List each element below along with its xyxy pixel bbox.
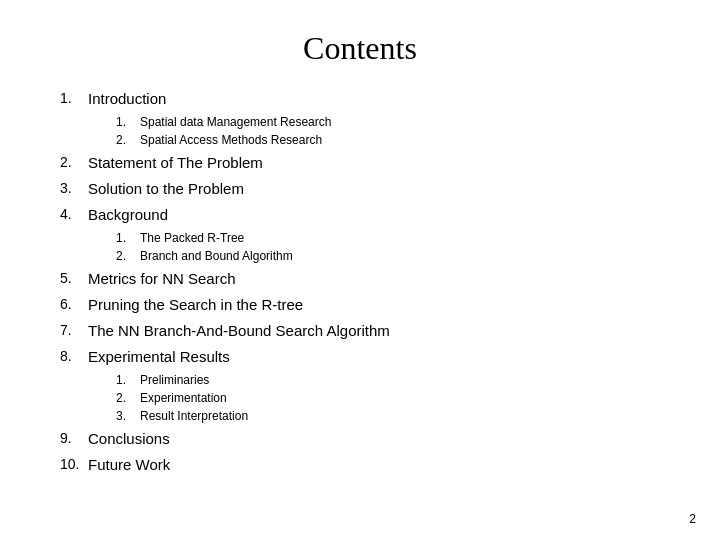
item-label: Pruning the Search in the R-tree	[88, 293, 303, 317]
item-number: 2.	[60, 151, 88, 173]
item-number: 4.	[60, 203, 88, 225]
item-label: Future Work	[88, 453, 170, 477]
item-number: 5.	[60, 267, 88, 289]
item-number: 10.	[60, 453, 88, 475]
item-number: 6.	[60, 293, 88, 315]
list-item: 7.The NN Branch-And-Bound Search Algorit…	[60, 319, 660, 343]
sub-list: 1.Preliminaries2.Experimentation3.Result…	[116, 371, 660, 425]
sub-item-label: Branch and Bound Algorithm	[140, 247, 293, 265]
sub-list-item: 1.Preliminaries	[116, 371, 660, 389]
sub-list-item: 2.Branch and Bound Algorithm	[116, 247, 660, 265]
list-item: 2.Statement of The Problem	[60, 151, 660, 175]
sub-item-label: Spatial data Management Research	[140, 113, 331, 131]
sub-item-label: Result Interpretation	[140, 407, 248, 425]
item-label: Experimental Results	[88, 345, 230, 369]
list-item: 8.Experimental Results1.Preliminaries2.E…	[60, 345, 660, 425]
content-list: 1.Introduction1.Spatial data Management …	[60, 87, 660, 477]
sub-item-label: Spatial Access Methods Research	[140, 131, 322, 149]
list-item: 3.Solution to the Problem	[60, 177, 660, 201]
sub-list-item: 3.Result Interpretation	[116, 407, 660, 425]
sub-list: 1.The Packed R-Tree2.Branch and Bound Al…	[116, 229, 660, 265]
sub-item-label: The Packed R-Tree	[140, 229, 244, 247]
sub-item-number: 2.	[116, 247, 140, 265]
item-label: Conclusions	[88, 427, 170, 451]
item-label: The NN Branch-And-Bound Search Algorithm	[88, 319, 390, 343]
list-item: 6.Pruning the Search in the R-tree	[60, 293, 660, 317]
list-item: 4.Background1.The Packed R-Tree2.Branch …	[60, 203, 660, 265]
sub-item-number: 1.	[116, 113, 140, 131]
item-label: Solution to the Problem	[88, 177, 244, 201]
sub-list: 1.Spatial data Management Research2.Spat…	[116, 113, 660, 149]
sub-item-label: Preliminaries	[140, 371, 209, 389]
sub-item-label: Experimentation	[140, 389, 227, 407]
sub-list-item: 1.Spatial data Management Research	[116, 113, 660, 131]
page-number: 2	[689, 512, 696, 526]
list-item: 5.Metrics for NN Search	[60, 267, 660, 291]
list-item: 1.Introduction1.Spatial data Management …	[60, 87, 660, 149]
item-label: Statement of The Problem	[88, 151, 263, 175]
list-item: 9.Conclusions	[60, 427, 660, 451]
item-label: Background	[88, 203, 168, 227]
sub-item-number: 1.	[116, 229, 140, 247]
item-number: 1.	[60, 87, 88, 109]
item-number: 3.	[60, 177, 88, 199]
item-label: Metrics for NN Search	[88, 267, 236, 291]
item-number: 9.	[60, 427, 88, 449]
sub-item-number: 1.	[116, 371, 140, 389]
sub-item-number: 2.	[116, 131, 140, 149]
sub-list-item: 2.Experimentation	[116, 389, 660, 407]
slide-title: Contents	[60, 30, 660, 67]
sub-list-item: 1.The Packed R-Tree	[116, 229, 660, 247]
sub-item-number: 3.	[116, 407, 140, 425]
list-item: 10.Future Work	[60, 453, 660, 477]
slide: Contents 1.Introduction1.Spatial data Ma…	[0, 0, 720, 540]
item-number: 7.	[60, 319, 88, 341]
item-number: 8.	[60, 345, 88, 367]
item-label: Introduction	[88, 87, 166, 111]
sub-list-item: 2.Spatial Access Methods Research	[116, 131, 660, 149]
sub-item-number: 2.	[116, 389, 140, 407]
